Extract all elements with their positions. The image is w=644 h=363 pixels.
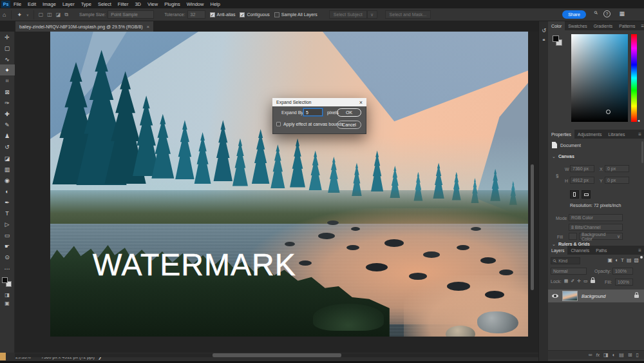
rulers-grids-section-header[interactable]: ⌄Rulers & Grids [552, 242, 590, 247]
link-layers-icon[interactable]: ∞ [589, 352, 592, 358]
path-selection-tool[interactable]: ▷ [0, 219, 15, 230]
brush-tool[interactable]: ✎ [0, 120, 15, 131]
layer-row-background[interactable]: Background [548, 289, 644, 302]
filter-toggle[interactable] [640, 256, 643, 259]
history-icon[interactable]: ↺ [539, 25, 549, 35]
adjustment-layer-icon[interactable]: ◐ [612, 352, 615, 358]
lock-all-icon[interactable] [591, 280, 595, 283]
landscape-orientation-button[interactable] [582, 190, 591, 199]
move-tool[interactable]: ✛ [0, 32, 15, 43]
lock-option-icon[interactable]: ▭ [583, 279, 588, 284]
layer-style-icon[interactable]: fx [596, 353, 599, 357]
crop-tool[interactable]: ⌗ [0, 75, 15, 86]
menu-select[interactable]: Select [95, 1, 115, 7]
dodge-tool[interactable]: ◐ [0, 186, 15, 197]
tab-properties[interactable]: Properties [548, 130, 574, 139]
panel-menu-icon[interactable]: ≡ [636, 246, 644, 255]
tab-color[interactable]: Color [548, 21, 565, 30]
comments-icon[interactable]: ❝ [539, 35, 549, 46]
menu-type[interactable]: Type [78, 1, 95, 7]
frame-tool[interactable]: ⊠ [0, 86, 15, 97]
sample-size-dropdown[interactable]: Point Sample [108, 10, 154, 19]
filter-icon[interactable]: ▣ [608, 257, 613, 263]
document-row[interactable]: Document [552, 142, 581, 148]
height-field[interactable]: 4912 px [570, 177, 594, 184]
help-icon[interactable]: ? [603, 10, 611, 17]
cancel-button[interactable]: Cancel [337, 121, 361, 129]
layer-filter-search[interactable]: ⚲ Kind [551, 257, 580, 264]
panel-menu-icon[interactable]: ≡ [639, 21, 644, 30]
tab-gradients[interactable]: Gradients [591, 21, 616, 30]
tab-libraries[interactable]: Libraries [605, 130, 628, 139]
hand-tool[interactable]: ☛ [0, 241, 15, 252]
chevron-down-icon[interactable]: ∨ [24, 13, 31, 17]
tab-patterns[interactable]: Patterns [616, 21, 638, 30]
color-field[interactable] [571, 34, 628, 122]
y-field[interactable]: 0 px [605, 177, 629, 184]
menu-window[interactable]: Window [184, 1, 207, 7]
selection-mode-icon[interactable]: ◪ [54, 12, 63, 18]
healing-brush-tool[interactable]: ✚ [0, 109, 15, 120]
menu-help[interactable]: Help [207, 1, 223, 7]
tab-adjustments[interactable]: Adjustments [574, 130, 605, 139]
selection-mode-icon[interactable]: ▢ [37, 12, 46, 18]
select-subject-chevron-icon[interactable]: ∨ [367, 10, 377, 19]
pen-tool[interactable]: ✒ [0, 197, 15, 208]
document-tab[interactable]: bailey-zindel-NRQV-h8F10M-unsplash.png @… [15, 21, 153, 32]
lock-option-icon[interactable]: ✛ [577, 279, 581, 284]
visibility-eye-icon[interactable] [552, 294, 558, 298]
magic-wand-tool[interactable]: ✦ [0, 64, 15, 75]
tab-swatches[interactable]: Swatches [565, 21, 590, 30]
foreground-color-swatch[interactable] [553, 35, 559, 42]
screen-mode-icon[interactable]: ▣ [5, 300, 10, 309]
width-field[interactable]: 7360 px [570, 165, 594, 172]
canvas-image[interactable]: WATERMARK [50, 32, 528, 337]
lock-option-icon[interactable]: ▦ [564, 279, 569, 284]
panel-scrollbar[interactable] [641, 141, 643, 163]
blend-mode-dropdown[interactable]: Normal [551, 268, 587, 275]
color-picker-cursor[interactable] [606, 110, 611, 114]
zoom-tool[interactable]: ⊙ [0, 252, 15, 263]
sample-all-layers-checkbox[interactable] [274, 12, 279, 17]
anti-alias-checkbox[interactable]: ✓ [210, 12, 215, 17]
lock-option-icon[interactable]: ✐ [571, 279, 574, 284]
portrait-orientation-button[interactable] [570, 190, 579, 199]
opacity-field[interactable]: 100% [612, 268, 633, 275]
link-dimensions-icon[interactable]: § [556, 173, 558, 179]
blur-tool[interactable]: ◉ [0, 175, 15, 186]
panel-menu-icon[interactable]: ≡ [636, 130, 644, 139]
filter-icon-t[interactable]: T [621, 257, 624, 263]
vertical-scrollbar[interactable] [531, 164, 534, 290]
filter-icon[interactable]: ▤ [627, 257, 632, 263]
workspace-icon[interactable]: ▦ [619, 10, 625, 17]
lasso-tool[interactable]: ∿ [0, 54, 15, 64]
mode-dropdown[interactable]: RGB Color [569, 214, 623, 221]
menu-edit[interactable]: Edit [24, 1, 39, 7]
new-group-icon[interactable]: ▤ [619, 352, 624, 358]
hue-slider[interactable] [631, 34, 637, 122]
menu-filter[interactable]: Filter [115, 1, 132, 7]
x-field[interactable]: 0 px [605, 165, 629, 172]
share-button[interactable]: Share [562, 10, 586, 19]
menu-file[interactable]: File [10, 1, 24, 7]
edit-toolbar[interactable]: ⋯ [0, 263, 15, 274]
menu-plugins[interactable]: Plugins [161, 1, 184, 7]
selection-mode-icon[interactable]: ⧉ [62, 12, 70, 18]
close-icon[interactable]: × [147, 24, 150, 30]
fill-swatch[interactable] [569, 233, 577, 240]
apply-at-canvas-bounds-checkbox[interactable] [276, 122, 281, 126]
layer-lock-icon[interactable] [634, 295, 639, 298]
marquee-tool[interactable]: ▢ [0, 43, 15, 54]
layer-thumbnail[interactable] [562, 291, 578, 301]
close-icon[interactable]: × [359, 99, 363, 106]
rectangle-tool[interactable]: ▭ [0, 230, 15, 241]
fill-dropdown[interactable]: Background Color∨ [579, 233, 623, 240]
gradient-tool[interactable]: ▥ [0, 164, 15, 175]
quick-mask-icon[interactable]: ◨ [5, 292, 10, 300]
filter-icon[interactable]: ◐ [615, 257, 618, 263]
bit-depth-dropdown[interactable]: 8 Bits/Channel [569, 224, 623, 231]
eraser-tool[interactable]: ◪ [0, 153, 15, 164]
dialog-title-bar[interactable]: Expand Selection × [272, 98, 366, 106]
magic-wand-preset-icon[interactable]: ✦ [14, 12, 24, 18]
home-icon[interactable]: ⌂ [0, 12, 8, 18]
